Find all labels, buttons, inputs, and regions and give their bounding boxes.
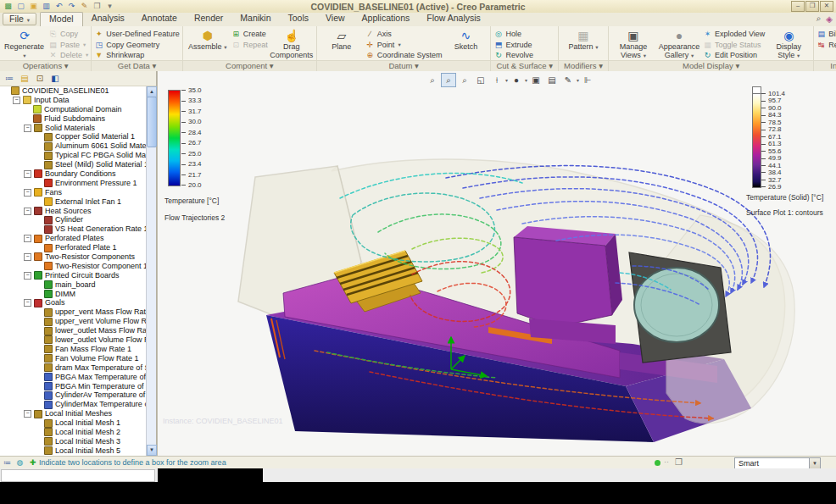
coordinate-system-button[interactable]: ⊕Coordinate System	[365, 50, 443, 60]
annotation-display-icon[interactable]: ✎	[560, 73, 576, 87]
group-label-operations[interactable]: Operations ▾	[0, 60, 91, 71]
expander-icon[interactable]: −	[13, 97, 20, 104]
tree-node[interactable]: Local Initial Mesh 5	[0, 446, 147, 456]
group-label-model-display[interactable]: Model Display ▾	[609, 60, 813, 71]
revolve-button[interactable]: ↻Revolve	[493, 50, 533, 60]
tree-node[interactable]: −Goals	[0, 298, 147, 307]
navigator-icon[interactable]: ◧	[49, 73, 61, 84]
tree-node[interactable]: −Heat Sources	[0, 207, 147, 216]
expander-icon[interactable]: −	[24, 272, 31, 280]
tree-node[interactable]: Fluid Subdomains	[0, 114, 147, 124]
tree-node[interactable]: Aluminum 6061 Solid Material 1	[0, 141, 147, 151]
component-display-icon[interactable]: ⊩	[580, 73, 595, 87]
tree-node[interactable]: Local Initial Mesh 1	[0, 418, 147, 428]
group-label-modifiers[interactable]: Modifiers ▾	[559, 60, 608, 71]
tree-node[interactable]: Local Initial Mesh 2	[0, 428, 147, 437]
tree-node[interactable]: Steel (Mild) Solid Material 1	[0, 160, 147, 169]
tab-manikin[interactable]: Manikin	[231, 12, 279, 25]
point-button[interactable]: ✛Point▾	[365, 39, 443, 49]
tree-node[interactable]: Typical FC PBGA Solid Material 1	[0, 151, 147, 160]
expander-icon[interactable]: −	[24, 299, 31, 307]
named-views-icon[interactable]: ▣	[528, 73, 543, 87]
copy-button[interactable]: ⎘Copy	[48, 29, 88, 39]
customize-arrow-icon[interactable]: ▾	[104, 2, 115, 11]
delete-button[interactable]: ✕Delete▾	[48, 50, 88, 60]
drag-components-button[interactable]: ☝Drag Components	[270, 27, 314, 60]
tree-node[interactable]: External Inlet Fan 1	[0, 197, 147, 207]
saved-view-icon[interactable]: ⊡	[34, 73, 46, 84]
regenerate-button[interactable]: ⟳Regenerate ▾	[3, 27, 47, 60]
axis-button[interactable]: ∕Axis	[365, 29, 443, 39]
tree-node[interactable]: VS Heat Generation Rate 1	[0, 224, 147, 234]
tree-node[interactable]: Fan Mass Flow Rate 1	[0, 345, 147, 354]
file-menu-button[interactable]: File ▾	[3, 13, 36, 25]
tree-node[interactable]: CylinderAv Temperature of Solid	[0, 390, 147, 400]
tree-node[interactable]: PBGA Max Temperature of Solid 1	[0, 373, 147, 382]
exploded-view-button[interactable]: ✶Exploded View	[703, 29, 765, 39]
reference-viewer-button[interactable]: ↹Reference Viewer	[816, 39, 836, 49]
tab-model[interactable]: Model	[40, 12, 83, 26]
tree-node[interactable]: −Printed Circuit Boards	[0, 271, 147, 280]
tree-node[interactable]: −Solid Materials	[0, 124, 147, 133]
pattern-button[interactable]: ▦Pattern ▾	[561, 27, 605, 60]
tree-node[interactable]: −Local Initial Meshes	[0, 409, 147, 418]
plane-button[interactable]: ▱Plane	[320, 27, 364, 60]
tab-analysis[interactable]: Analysis	[83, 12, 133, 25]
tree-node[interactable]: Two-Resistor Component 1	[0, 262, 147, 271]
show-filter-icon[interactable]: ▤	[19, 73, 31, 84]
expander-icon[interactable]: −	[24, 208, 31, 215]
tree-settings-icon[interactable]: ≔	[3, 73, 15, 84]
expander-icon[interactable]: −	[24, 170, 31, 178]
view-manager-icon[interactable]: ▤	[544, 73, 560, 87]
search-icon[interactable]: ⌕	[816, 14, 822, 24]
new-icon[interactable]: ▢	[15, 2, 26, 11]
paste-button[interactable]: ▤Paste▾	[48, 39, 88, 49]
hole-button[interactable]: ◎Hole	[493, 29, 533, 39]
zoom-out-icon[interactable]: ⌕	[457, 73, 472, 87]
expander-icon[interactable]: −	[24, 253, 31, 261]
scroll-down-icon[interactable]: ▼	[147, 445, 157, 456]
selection-filter-arrow-icon[interactable]: ▼	[809, 458, 820, 468]
tree-node[interactable]: COVIDIEN_BASELINE01	[0, 86, 147, 96]
manage-views-button[interactable]: ▣Manage Views ▾	[611, 27, 655, 60]
create-button[interactable]: ⊞Create	[231, 29, 268, 39]
tree-node[interactable]: Fan Volume Flow Rate 1	[0, 354, 147, 363]
tree-node[interactable]: −Boundary Conditions	[0, 169, 147, 179]
app-logo-icon[interactable]: ▩	[3, 2, 14, 11]
group-label-datum[interactable]: Datum ▾	[317, 60, 491, 71]
toggle-status-button[interactable]: ▦Toggle Status	[703, 39, 765, 49]
tree-node[interactable]: CylinderMax Temperature of Solid	[0, 400, 147, 409]
command-search-icon[interactable]: ◈	[826, 14, 833, 24]
tree-node[interactable]: DIMM	[0, 290, 147, 299]
minimize-button[interactable]: –	[791, 1, 805, 12]
undo-icon[interactable]: ↶	[53, 2, 64, 11]
group-label-cut-surface[interactable]: Cut & Surface ▾	[491, 60, 558, 71]
tree-node[interactable]: lower_outlet Mass Flow Rate	[0, 326, 147, 335]
copy-geometry-button[interactable]: ◳Copy Geometry	[94, 39, 180, 49]
display-style-button[interactable]: ◉Display Style ▾	[766, 27, 811, 60]
edit-position-button[interactable]: ↻Edit Position	[703, 50, 765, 60]
open-icon[interactable]: ▣	[28, 2, 39, 11]
tree-node[interactable]: Copper Solid Material 1	[0, 132, 147, 141]
group-label-get-data[interactable]: Get Data ▾	[92, 60, 182, 71]
model-tree-scrollbar[interactable]: ▲ ▼	[146, 86, 156, 456]
bill-of-materials-button[interactable]: ▤Bill of Materials	[816, 29, 836, 39]
zoom-in-icon[interactable]: ⌕	[441, 73, 456, 87]
tab-applications[interactable]: Applications	[354, 12, 419, 25]
tree-node[interactable]: −Fans	[0, 188, 147, 197]
save-icon[interactable]: ▥	[41, 2, 52, 11]
datum-display-icon[interactable]: ⟊	[489, 73, 504, 87]
window-status-icon[interactable]: ❐	[675, 457, 683, 467]
extrude-button[interactable]: ⬒Extrude	[493, 39, 533, 49]
group-label-component[interactable]: Component ▾	[183, 60, 316, 71]
shrinkwrap-button[interactable]: ▼Shrinkwrap	[94, 50, 180, 60]
assemble-button[interactable]: ⬢Assemble ▾	[186, 27, 230, 60]
expander-icon[interactable]: −	[24, 189, 31, 197]
tree-node[interactable]: −Input Data	[0, 96, 147, 105]
refit-icon[interactable]: ⌕	[425, 73, 440, 87]
sketch-button[interactable]: ∿Sketch	[443, 27, 488, 60]
graphics-viewport[interactable]: ⌕⌕⌕◱⟊▾●▾▣▤✎▾⊩	[157, 71, 836, 456]
expander-icon[interactable]: −	[24, 235, 31, 242]
tree-node[interactable]: dram Max Temperature of Solid	[0, 363, 147, 373]
tree-node[interactable]: Environment Pressure 1	[0, 179, 147, 188]
